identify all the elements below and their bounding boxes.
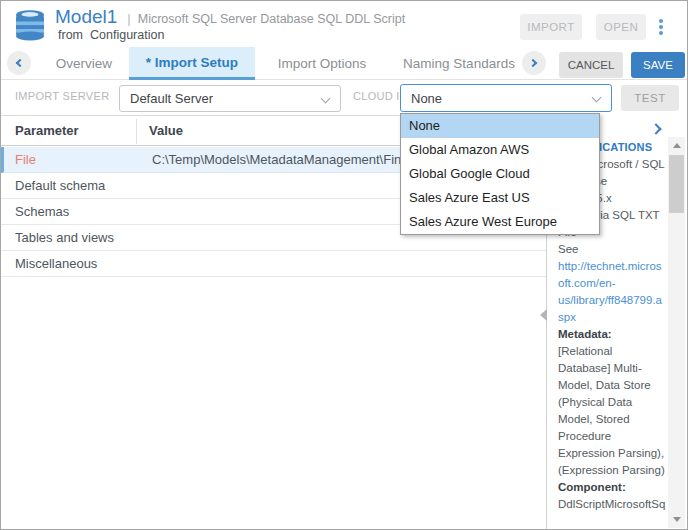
table-row-miscellaneous[interactable]: Miscellaneous [1,251,546,277]
tab-naming-standards[interactable]: Naming Standards [399,47,519,80]
chevron-down-icon [592,93,602,103]
dropdown-option-global-amazon-aws[interactable]: Global Amazon AWS [401,138,599,162]
column-header-parameter: Parameter [15,116,79,145]
panel-collapse-arrow-icon[interactable] [540,309,547,321]
spec-link[interactable]: http://technet.micros [558,258,668,275]
row-parameter: Default schema [15,178,105,193]
cloud-identity-value: None [411,91,442,106]
model-origin: fromConfiguration [58,28,164,42]
row-parameter: File [15,152,36,167]
row-parameter: Schemas [15,204,69,219]
from-label: from [58,28,83,42]
spec-link[interactable]: oft.com/en- [558,275,668,292]
panel-scrollbar[interactable] [668,137,685,528]
spec-link[interactable]: us/library/ff848799.a [558,292,668,309]
app-window: Model1|Microsoft SQL Server Database SQL… [0,0,688,530]
import-server-select[interactable]: Default Server [119,85,341,112]
title-separator: | [127,11,130,26]
dropdown-option-none[interactable]: None [401,114,599,138]
tab-overview[interactable]: Overview [39,47,129,80]
row-parameter: Miscellaneous [15,256,97,271]
import-button[interactable]: IMPORT [520,14,582,40]
spec-line: Model, Stored [558,411,668,428]
import-server-value: Default Server [130,91,213,106]
save-button[interactable]: SAVE [631,52,685,78]
chevron-right-icon [650,123,661,134]
spec-line: [Relational [558,343,668,360]
cloud-identity-select[interactable]: None [400,84,612,112]
dropdown-option-sales-azure-west-europe[interactable]: Sales Azure West Europe [401,210,599,234]
tabs-scroll-left-button[interactable] [7,51,31,75]
tabs-scroll-right-button[interactable] [522,51,546,75]
spec-line: Procedure [558,428,668,445]
dropdown-option-global-google-cloud[interactable]: Global Google Cloud [401,162,599,186]
header: Model1|Microsoft SQL Server Database SQL… [1,1,687,47]
from-value: Configuration [90,28,164,42]
spec-label-component: Component: [558,479,668,496]
import-toolbar: IMPORT SERVER Default Server CLOUD IDENT… [1,80,687,114]
scrollbar-thumb[interactable] [669,155,684,213]
chevron-right-icon [529,59,537,67]
spec-link[interactable]: spx [558,309,668,326]
spec-line: Database] Multi- [558,360,668,377]
chevron-left-icon [16,59,24,67]
spec-line: DdlScriptMicrosoftSq [558,496,668,513]
import-server-label: IMPORT SERVER [15,90,109,102]
database-icon [13,8,47,42]
spec-line: (Physical Data [558,394,668,411]
model-title: Model1 [55,6,117,27]
scroll-up-icon[interactable] [668,137,685,154]
cloud-identity-dropdown-list: None Global Amazon AWS Global Google Clo… [400,113,600,235]
column-header-value: Value [149,116,183,145]
panel-expand-button[interactable] [647,119,667,139]
model-subtitle: Microsoft SQL Server Database SQL DDL Sc… [138,12,405,26]
spec-line: Expression Parsing), [558,445,668,462]
spec-line: (Expression Parsing) [558,462,668,479]
spec-line: Model, Data Store [558,377,668,394]
chevron-down-icon [321,94,331,104]
cancel-button[interactable]: CANCEL [559,52,623,78]
dropdown-option-sales-azure-east-us[interactable]: Sales Azure East US [401,186,599,210]
scroll-down-icon[interactable] [668,511,685,528]
row-parameter: Tables and views [15,230,114,245]
tab-bar: Overview * Import Setup Import Options N… [1,47,687,80]
column-divider [136,119,137,144]
tab-import-options[interactable]: Import Options [269,47,375,80]
tab-import-setup[interactable]: * Import Setup [129,47,255,80]
test-button[interactable]: TEST [621,85,679,111]
kebab-menu-icon[interactable] [652,14,670,40]
open-button[interactable]: OPEN [596,14,646,40]
spec-label-metadata: Metadata: [558,326,668,343]
spec-line: See [558,241,668,258]
